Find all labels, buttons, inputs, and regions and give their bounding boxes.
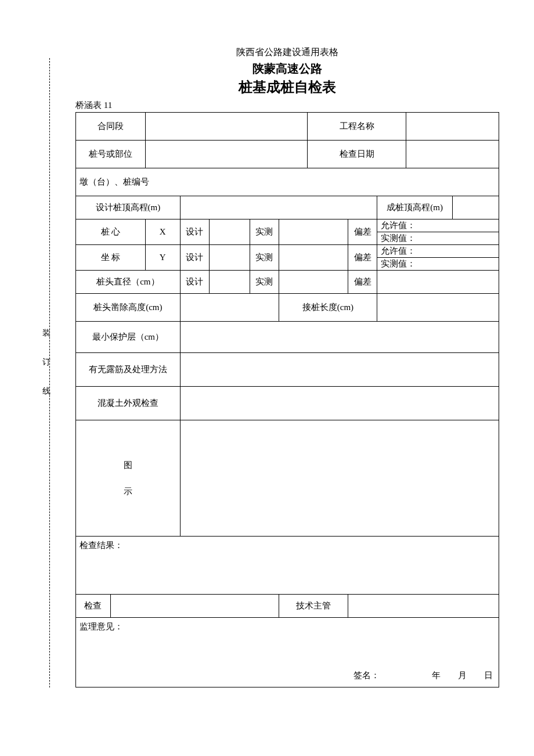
diagram-char-2: 示	[80, 478, 176, 505]
value-splice-length	[377, 294, 499, 322]
value-exposed-rebar	[180, 353, 499, 387]
label-design-top-elev: 设计桩顶高程(m)	[76, 196, 181, 219]
value-diagram	[180, 420, 499, 537]
label-project-name: 工程名称	[308, 113, 406, 141]
value-x-design	[209, 219, 250, 245]
header-highway: 陕蒙高速公路	[75, 61, 499, 77]
label-concrete-appearance: 混凝土外观检查	[76, 387, 181, 420]
label-x-design: 设计	[180, 219, 209, 245]
label-splice-length: 接桩长度(cm)	[279, 294, 377, 322]
form-number: 桥涵表 11	[75, 100, 499, 111]
value-project-name	[406, 113, 499, 141]
value-dia-deviation	[377, 271, 499, 294]
label-x-allowed: 允许值：	[377, 219, 499, 232]
label-x-measured: 实测	[250, 219, 279, 245]
value-y-design	[209, 245, 250, 271]
value-contract-section	[145, 113, 308, 141]
label-dia-design: 设计	[180, 271, 209, 294]
label-y-measured: 实测	[250, 245, 279, 271]
value-min-cover	[180, 322, 499, 353]
label-dia-measured: 实测	[250, 271, 279, 294]
signature-line: 签名： 年 月 日	[76, 664, 499, 687]
label-exposed-rebar: 有无露筋及处理方法	[76, 353, 181, 387]
label-actual-top-elev: 成桩顶高程(m)	[377, 196, 453, 219]
label-diagram: 图 示	[76, 420, 181, 537]
label-y-deviation: 偏差	[348, 245, 377, 271]
label-pile-part: 桩号或部位	[76, 141, 146, 168]
label-y-measured-val: 实测值：	[377, 258, 499, 271]
label-pile-center: 桩 心	[76, 219, 146, 245]
value-checker	[110, 595, 279, 618]
label-y-allowed: 允许值：	[377, 245, 499, 258]
label-check-date: 检查日期	[308, 141, 406, 168]
value-pile-part	[145, 141, 308, 168]
label-min-cover: 最小保护层（cm）	[76, 322, 181, 353]
label-pier-pile-no: 墩（台）、桩编号	[76, 168, 499, 196]
label-checker: 检查	[76, 595, 111, 618]
value-chisel-height	[180, 294, 279, 322]
label-x-measured-val: 实测值：	[377, 232, 499, 245]
value-y-measured	[279, 245, 348, 271]
inspection-table: 合同段 工程名称 桩号或部位 检查日期 墩（台）、桩编号 设计桩顶高程(m) 成…	[75, 112, 499, 687]
label-y: Y	[145, 245, 180, 271]
binding-line	[49, 58, 50, 687]
label-supervisor-opinion: 监理意见：	[76, 618, 499, 664]
diagram-char-1: 图	[80, 452, 176, 478]
value-dia-design	[209, 271, 250, 294]
label-x-deviation: 偏差	[348, 219, 377, 245]
label-coord: 坐 标	[76, 245, 146, 271]
value-check-date	[406, 141, 499, 168]
value-x-measured	[279, 219, 348, 245]
value-actual-top-elev	[453, 196, 499, 219]
label-y-design: 设计	[180, 245, 209, 271]
label-chisel-height: 桩头凿除高度(cm)	[76, 294, 181, 322]
value-design-top-elev	[180, 196, 377, 219]
label-tech-supervisor: 技术主管	[279, 595, 348, 618]
label-contract-section: 合同段	[76, 113, 146, 141]
value-concrete-appearance	[180, 387, 499, 420]
label-x: X	[145, 219, 180, 245]
header-title: 桩基成桩自检表	[75, 78, 499, 96]
value-dia-measured	[279, 271, 348, 294]
label-dia-deviation: 偏差	[348, 271, 377, 294]
header-province: 陕西省公路建设通用表格	[75, 46, 499, 59]
label-head-diameter: 桩头直径（cm）	[76, 271, 181, 294]
value-tech-supervisor	[348, 595, 499, 618]
label-check-result: 检查结果：	[76, 537, 499, 595]
